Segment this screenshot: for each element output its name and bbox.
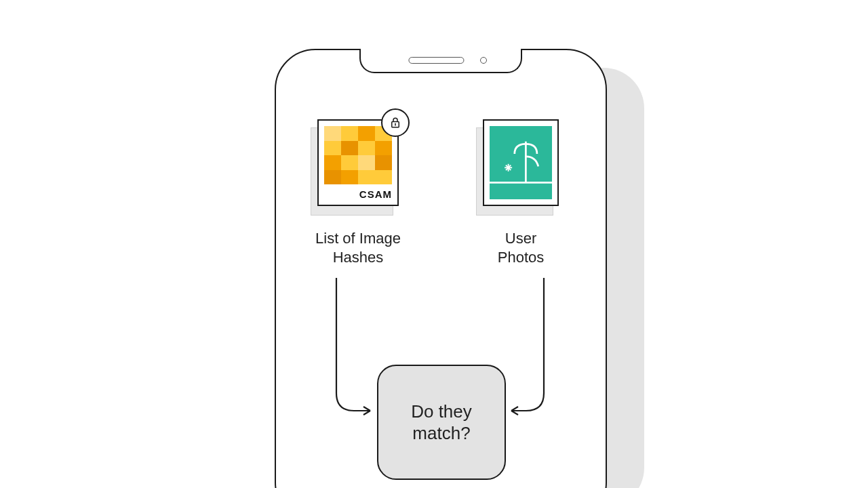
user-photo-thumbnail-icon bbox=[490, 126, 552, 199]
camera-dot-icon bbox=[480, 57, 487, 64]
csam-caption: List of ImageHashes bbox=[290, 229, 426, 266]
match-question-text: Do theymatch? bbox=[411, 401, 472, 445]
card-stack-front bbox=[483, 119, 559, 206]
speaker-icon bbox=[408, 57, 464, 64]
lock-badge bbox=[381, 108, 410, 137]
user-photos-caption: UserPhotos bbox=[453, 229, 589, 266]
hash-mosaic-icon bbox=[324, 126, 392, 184]
csam-badge-label: CSAM bbox=[324, 184, 392, 200]
phone-notch bbox=[359, 49, 522, 73]
arrow-right-icon bbox=[502, 278, 583, 427]
user-photos-card bbox=[483, 119, 559, 206]
diagram-stage: CSAM bbox=[0, 0, 868, 488]
csam-hash-card: CSAM bbox=[317, 119, 399, 206]
match-question-box: Do theymatch? bbox=[377, 365, 506, 480]
lock-icon bbox=[389, 117, 401, 129]
svg-rect-1 bbox=[395, 123, 396, 126]
